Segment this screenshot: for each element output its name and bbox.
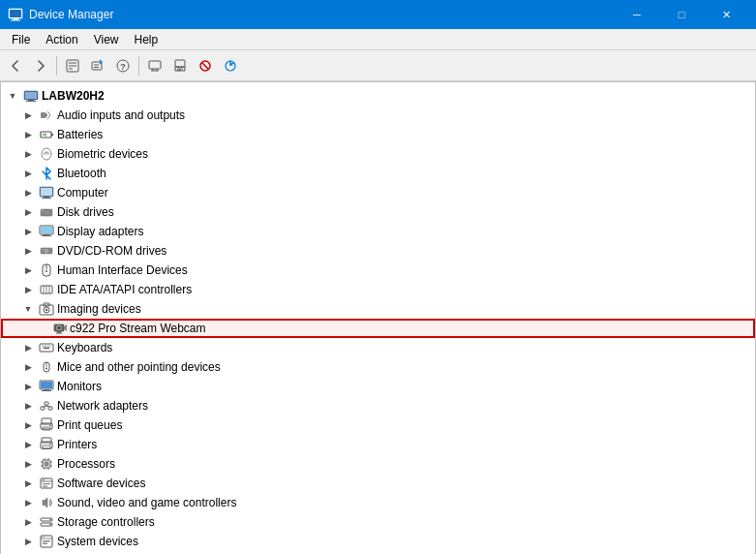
tree-item-monitors[interactable]: ▶ Monitors: [1, 377, 755, 396]
toolbar-update-driver[interactable]: [86, 54, 109, 77]
tree-item-imaging[interactable]: ▼ Imaging devices: [1, 299, 755, 319]
webcam-icon: [51, 321, 67, 336]
tree-item-batteries[interactable]: ▶ Batteries: [1, 125, 755, 144]
tree-item-network[interactable]: ▶ Network adapters: [1, 396, 755, 416]
tree-item-hid[interactable]: ▶ Human Interface Devices: [1, 261, 755, 280]
tree-item-bluetooth[interactable]: ▶ Bluetooth: [1, 164, 755, 183]
menu-file[interactable]: File: [4, 31, 38, 48]
tree-item-audio[interactable]: ▶ Audio inputs and outputs: [1, 106, 755, 125]
expand-dvd[interactable]: ▶: [20, 243, 36, 259]
tree-item-ide[interactable]: ▶ IDE ATA/ATAPI controllers: [1, 280, 755, 299]
expand-storage[interactable]: ▶: [20, 514, 36, 530]
menu-help[interactable]: Help: [127, 31, 166, 48]
expand-ide[interactable]: ▶: [20, 282, 36, 297]
tree-item-computer[interactable]: ▶ Computer: [1, 183, 755, 202]
tree-item-processors[interactable]: ▶ Processors: [1, 454, 755, 474]
tree-item-biometric[interactable]: ▶ Biometric devices: [1, 144, 755, 164]
toolbar-forward[interactable]: [29, 54, 52, 77]
expand-root[interactable]: ▼: [5, 88, 20, 104]
svg-rect-80: [48, 407, 52, 410]
expand-biometric[interactable]: ▶: [20, 146, 36, 162]
tree-item-sound[interactable]: ▶ Sound, video and game controllers: [1, 493, 755, 512]
menu-action[interactable]: Action: [38, 31, 85, 48]
expand-disk[interactable]: ▶: [20, 204, 36, 220]
expand-system[interactable]: ▶: [20, 534, 36, 549]
device-tree[interactable]: ▼ LABW20H2 ▶ Audio inputs and outputs ▶: [0, 81, 756, 554]
computer-label: Computer: [57, 186, 108, 200]
toolbar-back[interactable]: [4, 54, 27, 77]
minimize-button[interactable]: ─: [615, 0, 659, 29]
tree-item-display[interactable]: ▶ Display adapters: [1, 222, 755, 241]
expand-bluetooth[interactable]: ▶: [20, 166, 36, 181]
tree-item-software[interactable]: ▶ Software devices: [1, 474, 755, 493]
tree-item-keyboards[interactable]: ▶ Keyboards: [1, 338, 755, 357]
keyboards-label: Keyboards: [57, 341, 112, 354]
monitors-label: Monitors: [57, 380, 102, 393]
display-label: Display adapters: [57, 225, 143, 238]
menu-bar: File Action View Help: [0, 29, 756, 50]
tree-root[interactable]: ▼ LABW20H2: [1, 86, 755, 106]
system-label: System devices: [57, 535, 138, 548]
disk-label: Disk drives: [57, 205, 114, 219]
dvd-icon: [39, 243, 54, 259]
tree-item-disk[interactable]: ▶ Disk drives: [1, 202, 755, 222]
expand-processors[interactable]: ▶: [20, 456, 36, 472]
expand-network[interactable]: ▶: [20, 398, 36, 414]
svg-point-51: [45, 270, 47, 272]
svg-rect-42: [41, 227, 52, 233]
biometric-label: Biometric devices: [57, 147, 148, 161]
maximize-button[interactable]: □: [659, 0, 704, 29]
expand-imaging[interactable]: ▼: [20, 301, 36, 317]
tree-item-webcam[interactable]: c922 Pro Stream Webcam: [1, 319, 755, 338]
expand-print-q[interactable]: ▶: [20, 417, 36, 433]
tree-item-printers[interactable]: ▶ Printers: [1, 435, 755, 454]
storage-label: Storage controllers: [57, 515, 155, 529]
tree-item-dvd[interactable]: ▶ DVD/CD-ROM drives: [1, 241, 755, 261]
svg-rect-34: [41, 188, 52, 196]
expand-sound[interactable]: ▶: [20, 495, 36, 510]
expand-printers[interactable]: ▶: [20, 437, 36, 452]
svg-point-62: [58, 327, 60, 329]
audio-icon: [39, 108, 54, 123]
toolbar-disable[interactable]: [194, 54, 217, 77]
svg-rect-77: [44, 389, 49, 390]
svg-line-83: [43, 406, 46, 407]
toolbar-help[interactable]: ?: [111, 54, 135, 77]
expand-display[interactable]: ▶: [20, 224, 36, 239]
expand-monitors[interactable]: ▶: [20, 379, 36, 394]
expand-batteries[interactable]: ▶: [20, 127, 36, 142]
svg-rect-94: [45, 462, 49, 467]
expand-audio[interactable]: ▶: [20, 108, 36, 123]
svg-rect-43: [44, 234, 49, 235]
computer2-icon: [39, 185, 54, 200]
mice-icon: [39, 359, 54, 375]
svg-point-32: [42, 148, 51, 160]
expand-software[interactable]: ▶: [20, 476, 36, 491]
processors-icon: [39, 456, 54, 472]
svg-rect-64: [56, 333, 62, 334]
toolbar-update[interactable]: [219, 54, 242, 77]
svg-point-110: [49, 519, 51, 521]
close-button[interactable]: ✕: [704, 0, 748, 29]
hid-icon: [39, 262, 54, 278]
expand-keyboards[interactable]: ▶: [20, 340, 36, 355]
batteries-icon: [39, 127, 54, 142]
menu-view[interactable]: View: [86, 31, 127, 48]
tree-item-mice[interactable]: ▶ Mice and other pointing devices: [1, 357, 755, 377]
expand-computer[interactable]: ▶: [20, 185, 36, 200]
expand-mice[interactable]: ▶: [20, 359, 36, 375]
printers-label: Printers: [57, 438, 97, 451]
network-icon: [39, 398, 54, 414]
toolbar-scan[interactable]: [143, 54, 166, 77]
expand-hid[interactable]: ▶: [20, 262, 36, 278]
svg-rect-106: [43, 483, 50, 484]
tree-item-system[interactable]: ▶ System devices: [1, 532, 755, 551]
app-icon: [8, 7, 23, 22]
svg-rect-2: [13, 18, 18, 20]
toolbar-properties[interactable]: [61, 54, 84, 77]
svg-marker-65: [64, 324, 67, 331]
toolbar-print[interactable]: [168, 54, 192, 77]
tree-item-storage[interactable]: ▶ Storage controllers: [1, 512, 755, 532]
tree-item-print-q[interactable]: ▶ Print queues: [1, 416, 755, 435]
svg-rect-114: [43, 540, 50, 542]
